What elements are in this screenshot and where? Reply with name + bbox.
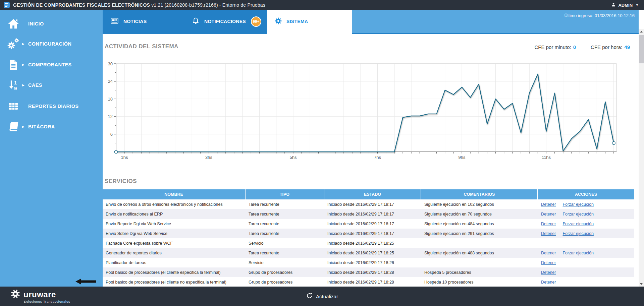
cell-tipo: Tarea recurrente <box>246 229 324 238</box>
brand-logo: uruware Soluciones Transaccionales <box>10 289 70 303</box>
main-content: ACTIVIDAD DEL SISTEMA CFE por minuto:0 C… <box>103 34 639 287</box>
table-row: Envio de correos a otros emisores electr… <box>103 199 634 209</box>
svg-text:5hs: 5hs <box>290 155 297 160</box>
tab-label: SISTEMA <box>286 19 308 24</box>
app-title: GESTIÓN DE COMPROBANTES FISCALES ELECTRÓ… <box>13 2 265 8</box>
forzar-ejecucion-link[interactable]: Forzar ejecución <box>562 251 593 255</box>
detener-link[interactable]: Detener <box>541 202 556 207</box>
collapse-sidebar-arrow[interactable] <box>75 278 96 285</box>
column-header-acciones: ACCIONES <box>538 189 634 199</box>
svg-text:30: 30 <box>108 61 113 66</box>
cell-acciones <box>538 238 634 248</box>
app-version: v1.21 (20160208-b1759.r2166) - Entorno d… <box>151 2 265 8</box>
cell-nombre: Envio de correos a otros emisores electr… <box>103 199 246 209</box>
forzar-ejecucion-link[interactable]: Forzar ejecución <box>562 222 593 226</box>
user-menu[interactable]: ADMIN ▼ <box>611 2 639 8</box>
forzar-ejecucion-link[interactable]: Forzar ejecución <box>562 231 593 236</box>
book-icon <box>5 121 22 132</box>
detener-link[interactable]: Detener <box>541 212 556 217</box>
cell-tipo: Tarea recurrente <box>246 219 324 229</box>
home-icon <box>5 18 22 29</box>
tab-noticias[interactable]: NOTICIAS <box>103 10 184 33</box>
cell-nombre: Generador de reportes diarios <box>103 248 246 258</box>
detener-link[interactable]: Detener <box>541 280 556 285</box>
refresh-label: Actualizar <box>316 294 338 299</box>
cell-acciones: DetenerForzar ejecución <box>538 229 634 238</box>
tab-bar-filler: Último ingreso: 01/03/2016 10:12:16 <box>352 10 639 33</box>
sidebar-item-comprobantes[interactable]: ▶ COMPROBANTES <box>0 57 103 72</box>
column-header-comentarios: COMENTARIOS <box>421 189 538 199</box>
table-row: Generador de reportes diariosTarea recur… <box>103 248 634 258</box>
chevron-down-icon <box>640 283 643 285</box>
forzar-ejecucion-link[interactable]: Forzar ejecución <box>562 212 593 217</box>
activity-chart: 6121824301hs3hs5hs7hs9hs11hs <box>103 44 639 163</box>
forzar-ejecucion-link[interactable]: Forzar ejecución <box>562 202 593 207</box>
expand-arrow-icon: ▶ <box>22 63 28 66</box>
detener-link[interactable]: Detener <box>541 222 556 226</box>
detener-link[interactable]: Detener <box>541 260 556 265</box>
cell-nombre: Envio Sobre Dgi via Web Service <box>103 229 246 238</box>
last-login-text: Último ingreso: 01/03/2016 10:12:16 <box>564 13 635 18</box>
cell-comentarios: Siguiente ejecución en 102 segundos <box>421 199 538 209</box>
sidebar-item-bit-cora[interactable]: ▶ BITÁCORA <box>0 119 103 134</box>
tab-sistema[interactable]: SISTEMA <box>267 10 352 33</box>
sidebar-item-label: COMPROBANTES <box>28 62 72 67</box>
svg-text:9hs: 9hs <box>459 155 466 160</box>
sidebar-item-configuraci-n[interactable]: ▶ CONFIGURACIÓN <box>0 36 103 52</box>
cell-comentarios: Siguiente ejecución en 488 segundos <box>421 248 538 258</box>
cell-nombre: Pool basico de procesadores (el cliente … <box>103 267 246 277</box>
cell-comentarios: Hospeda 10 procesadores <box>421 277 538 287</box>
table-grid-icon <box>5 101 22 111</box>
detener-link[interactable]: Detener <box>541 251 556 255</box>
top-title-bar: GESTIÓN DE COMPROBANTES FISCALES ELECTRÓ… <box>0 0 644 10</box>
sidebar-item-caes[interactable]: 19 ▶ CAES <box>0 77 103 93</box>
column-header-nombre: NOMBRE <box>103 189 246 199</box>
cell-comentarios: Hospeda 5 procesadores <box>421 267 538 277</box>
cell-estado: Iniciado desde 2016/02/29 17:18:17 <box>324 229 421 238</box>
svg-text:6: 6 <box>110 132 113 137</box>
cell-comentarios <box>421 238 538 248</box>
tab-label: NOTICIAS <box>123 19 147 24</box>
cell-acciones: Detener <box>538 267 634 277</box>
app-window: GESTIÓN DE COMPROBANTES FISCALES ELECTRÓ… <box>0 0 644 306</box>
expand-arrow-icon: ▶ <box>22 42 28 46</box>
newspaper-icon <box>110 16 119 26</box>
cell-estado: Iniciado desde 2016/02/29 17:18:17 <box>324 219 421 229</box>
chevron-up-icon <box>640 31 643 33</box>
sidebar-item-label: CAES <box>28 82 42 88</box>
cell-acciones: Detener <box>538 258 634 267</box>
sidebar-item-reportes-diarios[interactable]: REPORTES DIARIOS <box>0 99 103 114</box>
sidebar-item-label: BITÁCORA <box>28 124 55 129</box>
cell-acciones: DetenerForzar ejecución <box>538 219 634 229</box>
cell-tipo: Tarea recurrente <box>246 199 324 209</box>
bell-icon <box>192 17 200 26</box>
cell-tipo: Servicio <box>246 238 324 248</box>
sidebar: INICIO ▶ CONFIGURACIÓN ▶ COMPROBANTES 19… <box>0 10 103 287</box>
gears-icon <box>5 38 22 50</box>
notification-count-badge: 99+ <box>251 16 261 27</box>
detener-link[interactable]: Detener <box>541 270 556 275</box>
table-row: Pool basico de procesadores (el cliente … <box>103 277 634 287</box>
cell-acciones: Detener <box>538 277 634 287</box>
chevron-down-icon: ▼ <box>636 3 639 7</box>
scroll-down-button[interactable] <box>639 281 644 287</box>
cell-tipo: Tarea recurrente <box>246 248 324 258</box>
detener-link[interactable]: Detener <box>541 231 556 236</box>
cell-nombre: Envio Reporte Dgi via Web Service <box>103 219 246 229</box>
tab-bar: NOTICIAS NOTIFICACIONES 99+ SISTEMA Últi… <box>103 10 639 33</box>
refresh-button[interactable]: Actualizar <box>306 287 338 306</box>
svg-text:1hs: 1hs <box>121 155 128 160</box>
sidebar-item-inicio[interactable]: INICIO <box>0 16 103 32</box>
tab-notificaciones[interactable]: NOTIFICACIONES 99+ <box>184 10 267 33</box>
cell-estado: Iniciado desde 2016/02/29 17:18:25 <box>324 238 421 248</box>
sort-numeric-icon: 19 <box>5 79 22 91</box>
sidebar-item-label: INICIO <box>28 21 44 26</box>
cell-nombre: Fachada Core expuesta sobre WCF <box>103 238 246 248</box>
table-body: Envio de correos a otros emisores electr… <box>103 199 634 287</box>
scrollbar-thumb[interactable] <box>639 35 644 63</box>
scroll-up-button[interactable] <box>639 29 644 34</box>
cell-nombre: Envio de notificaciones al ERP <box>103 209 246 219</box>
vertical-scrollbar[interactable] <box>639 29 644 287</box>
cell-nombre: Pool basico de procesadores (el cliente … <box>103 277 246 287</box>
sidebar-item-label: REPORTES DIARIOS <box>28 104 79 109</box>
